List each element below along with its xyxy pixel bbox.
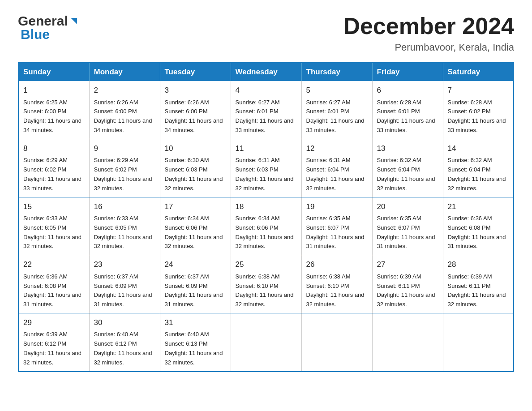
day-number: 8 xyxy=(23,143,85,154)
day-number: 20 xyxy=(377,201,438,213)
calendar-cell: 28 Sunrise: 6:39 AMSunset: 6:11 PMDaylig… xyxy=(443,255,514,313)
day-info: Sunrise: 6:32 AMSunset: 6:04 PMDaylight:… xyxy=(448,157,506,191)
day-info: Sunrise: 6:34 AMSunset: 6:06 PMDaylight:… xyxy=(165,215,223,249)
day-info: Sunrise: 6:27 AMSunset: 6:01 PMDaylight:… xyxy=(236,99,294,133)
day-number: 24 xyxy=(165,259,226,270)
day-info: Sunrise: 6:33 AMSunset: 6:05 PMDaylight:… xyxy=(23,215,82,249)
day-number: 12 xyxy=(306,143,368,154)
calendar-cell: 30 Sunrise: 6:40 AMSunset: 6:12 PMDaylig… xyxy=(89,313,160,371)
calendar-cell: 8 Sunrise: 6:29 AMSunset: 6:02 PMDayligh… xyxy=(18,139,89,197)
calendar-cell: 11 Sunrise: 6:31 AMSunset: 6:03 PMDaylig… xyxy=(231,139,301,197)
logo-blue-text: Blue xyxy=(18,27,79,42)
calendar-table: SundayMondayTuesdayWednesdayThursdayFrid… xyxy=(18,62,514,372)
day-number: 19 xyxy=(306,201,368,213)
calendar-cell: 10 Sunrise: 6:30 AMSunset: 6:03 PMDaylig… xyxy=(160,139,231,197)
day-info: Sunrise: 6:33 AMSunset: 6:05 PMDaylight:… xyxy=(94,215,152,249)
calendar-cell: 25 Sunrise: 6:38 AMSunset: 6:10 PMDaylig… xyxy=(231,255,301,313)
day-number: 17 xyxy=(165,201,226,213)
day-number: 25 xyxy=(236,259,297,270)
day-info: Sunrise: 6:39 AMSunset: 6:11 PMDaylight:… xyxy=(448,273,506,308)
logo-arrow-icon xyxy=(69,16,79,26)
calendar-cell: 20 Sunrise: 6:35 AMSunset: 6:07 PMDaylig… xyxy=(372,197,443,255)
title-block: December 2024 Perumbavoor, Kerala, India xyxy=(343,13,514,53)
calendar-cell: 5 Sunrise: 6:27 AMSunset: 6:01 PMDayligh… xyxy=(301,81,372,139)
calendar-week-row: 29 Sunrise: 6:39 AMSunset: 6:12 PMDaylig… xyxy=(18,313,514,371)
day-number: 1 xyxy=(23,85,85,96)
calendar-cell: 18 Sunrise: 6:34 AMSunset: 6:06 PMDaylig… xyxy=(231,197,301,255)
day-number: 5 xyxy=(306,85,368,96)
day-number: 31 xyxy=(165,317,226,329)
calendar-cell: 26 Sunrise: 6:38 AMSunset: 6:10 PMDaylig… xyxy=(301,255,372,313)
day-info: Sunrise: 6:26 AMSunset: 6:00 PMDaylight:… xyxy=(165,99,223,133)
day-info: Sunrise: 6:40 AMSunset: 6:13 PMDaylight:… xyxy=(165,331,223,365)
calendar-header-saturday: Saturday xyxy=(443,63,514,81)
day-number: 23 xyxy=(94,259,155,270)
day-number: 16 xyxy=(94,201,155,213)
day-number: 11 xyxy=(236,143,297,154)
calendar-cell xyxy=(443,313,514,371)
day-number: 9 xyxy=(94,143,155,154)
day-number: 22 xyxy=(23,259,85,270)
calendar-cell: 3 Sunrise: 6:26 AMSunset: 6:00 PMDayligh… xyxy=(160,81,231,139)
calendar-cell: 27 Sunrise: 6:39 AMSunset: 6:11 PMDaylig… xyxy=(372,255,443,313)
day-info: Sunrise: 6:32 AMSunset: 6:04 PMDaylight:… xyxy=(377,157,435,191)
calendar-cell: 19 Sunrise: 6:35 AMSunset: 6:07 PMDaylig… xyxy=(301,197,372,255)
calendar-cell: 29 Sunrise: 6:39 AMSunset: 6:12 PMDaylig… xyxy=(18,313,89,371)
day-number: 7 xyxy=(448,85,509,96)
calendar-cell: 6 Sunrise: 6:28 AMSunset: 6:01 PMDayligh… xyxy=(372,81,443,139)
page-title: December 2024 xyxy=(343,13,514,39)
calendar-cell: 13 Sunrise: 6:32 AMSunset: 6:04 PMDaylig… xyxy=(372,139,443,197)
calendar-cell: 9 Sunrise: 6:29 AMSunset: 6:02 PMDayligh… xyxy=(89,139,160,197)
calendar-header-friday: Friday xyxy=(372,63,443,81)
day-number: 21 xyxy=(448,201,509,213)
calendar-cell: 15 Sunrise: 6:33 AMSunset: 6:05 PMDaylig… xyxy=(18,197,89,255)
calendar-header-thursday: Thursday xyxy=(301,63,372,81)
day-number: 15 xyxy=(23,201,85,213)
calendar-cell: 22 Sunrise: 6:36 AMSunset: 6:08 PMDaylig… xyxy=(18,255,89,313)
calendar-week-row: 8 Sunrise: 6:29 AMSunset: 6:02 PMDayligh… xyxy=(18,139,514,197)
day-info: Sunrise: 6:39 AMSunset: 6:11 PMDaylight:… xyxy=(377,273,435,308)
logo-general-text: General xyxy=(18,13,68,29)
logo: General Blue xyxy=(18,13,79,42)
day-number: 27 xyxy=(377,259,438,270)
day-number: 28 xyxy=(448,259,509,270)
calendar-cell: 23 Sunrise: 6:37 AMSunset: 6:09 PMDaylig… xyxy=(89,255,160,313)
day-info: Sunrise: 6:34 AMSunset: 6:06 PMDaylight:… xyxy=(236,215,294,249)
day-info: Sunrise: 6:37 AMSunset: 6:09 PMDaylight:… xyxy=(94,273,152,308)
calendar-cell: 12 Sunrise: 6:31 AMSunset: 6:04 PMDaylig… xyxy=(301,139,372,197)
calendar-week-row: 15 Sunrise: 6:33 AMSunset: 6:05 PMDaylig… xyxy=(18,197,514,255)
day-number: 18 xyxy=(236,201,297,213)
svg-marker-0 xyxy=(71,18,77,24)
day-info: Sunrise: 6:35 AMSunset: 6:07 PMDaylight:… xyxy=(306,215,365,249)
day-info: Sunrise: 6:31 AMSunset: 6:03 PMDaylight:… xyxy=(236,157,294,191)
calendar-cell: 17 Sunrise: 6:34 AMSunset: 6:06 PMDaylig… xyxy=(160,197,231,255)
calendar-header-monday: Monday xyxy=(89,63,160,81)
calendar-cell: 1 Sunrise: 6:25 AMSunset: 6:00 PMDayligh… xyxy=(18,81,89,139)
day-number: 2 xyxy=(94,85,155,96)
day-number: 29 xyxy=(23,317,85,329)
day-info: Sunrise: 6:38 AMSunset: 6:10 PMDaylight:… xyxy=(306,273,365,308)
calendar-week-row: 1 Sunrise: 6:25 AMSunset: 6:00 PMDayligh… xyxy=(18,81,514,139)
day-info: Sunrise: 6:31 AMSunset: 6:04 PMDaylight:… xyxy=(306,157,365,191)
day-info: Sunrise: 6:37 AMSunset: 6:09 PMDaylight:… xyxy=(165,273,223,308)
calendar-cell: 24 Sunrise: 6:37 AMSunset: 6:09 PMDaylig… xyxy=(160,255,231,313)
calendar-header-tuesday: Tuesday xyxy=(160,63,231,81)
day-info: Sunrise: 6:26 AMSunset: 6:00 PMDaylight:… xyxy=(94,99,152,133)
day-info: Sunrise: 6:28 AMSunset: 6:02 PMDaylight:… xyxy=(448,99,506,133)
page-header: General Blue December 2024 Perumbavoor, … xyxy=(18,13,514,53)
day-info: Sunrise: 6:30 AMSunset: 6:03 PMDaylight:… xyxy=(165,157,223,191)
calendar-cell xyxy=(231,313,301,371)
calendar-cell: 14 Sunrise: 6:32 AMSunset: 6:04 PMDaylig… xyxy=(443,139,514,197)
calendar-header-sunday: Sunday xyxy=(18,63,89,81)
day-info: Sunrise: 6:39 AMSunset: 6:12 PMDaylight:… xyxy=(23,331,82,365)
calendar-header-wednesday: Wednesday xyxy=(231,63,301,81)
calendar-cell: 21 Sunrise: 6:36 AMSunset: 6:08 PMDaylig… xyxy=(443,197,514,255)
day-info: Sunrise: 6:29 AMSunset: 6:02 PMDaylight:… xyxy=(94,157,152,191)
calendar-cell: 7 Sunrise: 6:28 AMSunset: 6:02 PMDayligh… xyxy=(443,81,514,139)
calendar-cell: 4 Sunrise: 6:27 AMSunset: 6:01 PMDayligh… xyxy=(231,81,301,139)
day-info: Sunrise: 6:25 AMSunset: 6:00 PMDaylight:… xyxy=(23,99,82,133)
calendar-cell: 31 Sunrise: 6:40 AMSunset: 6:13 PMDaylig… xyxy=(160,313,231,371)
calendar-cell: 2 Sunrise: 6:26 AMSunset: 6:00 PMDayligh… xyxy=(89,81,160,139)
day-number: 14 xyxy=(448,143,509,154)
calendar-cell: 16 Sunrise: 6:33 AMSunset: 6:05 PMDaylig… xyxy=(89,197,160,255)
